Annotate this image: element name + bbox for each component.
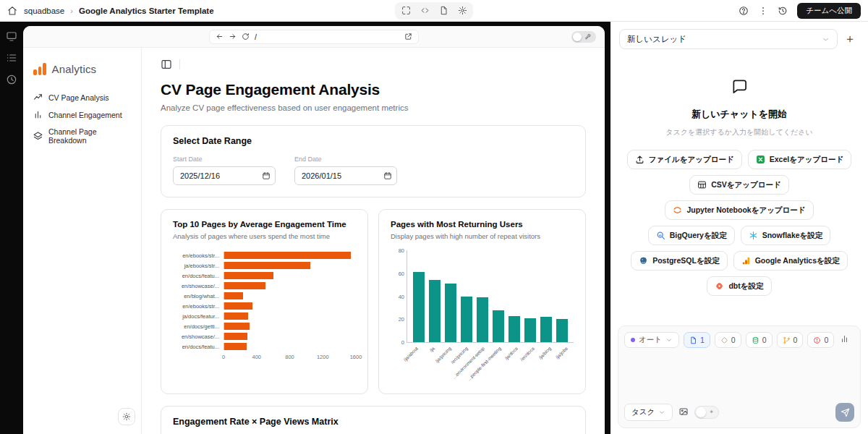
bar — [477, 297, 488, 342]
settings-button[interactable] — [454, 4, 471, 18]
y-tick-label: 80 — [390, 247, 404, 254]
x-axis-labels: /ja/about/ja/ja/pricing/en/pricing...env… — [407, 343, 574, 383]
thread-select[interactable]: 新しいスレッド — [619, 29, 838, 49]
dbt-icon — [715, 281, 724, 291]
help-button[interactable] — [739, 6, 749, 16]
screen: squadbase › Google Analytics Starter Tem… — [0, 0, 868, 434]
y-tick-label: 60 — [390, 270, 404, 276]
help-icon — [739, 6, 749, 16]
x-tick-label: 0 — [222, 354, 225, 360]
home-icon — [7, 6, 17, 16]
x-tick-label: 400 — [252, 354, 261, 360]
theme-toggle-button[interactable] — [118, 408, 135, 425]
leaderboard-button[interactable] — [840, 334, 849, 346]
nav-item-label: Channel Engagement — [48, 111, 122, 119]
quick-action-7[interactable]: PostgreSQLを設定 — [631, 251, 727, 271]
chat-empty-title: 新しいチャットを開始 — [619, 108, 859, 121]
history-button[interactable] — [778, 6, 788, 16]
diamond-counter[interactable]: 0 — [715, 332, 741, 348]
bar — [493, 310, 504, 342]
chart-card-engagement-time: Top 10 Pages by Average Engagement Time … — [161, 209, 368, 394]
clock-icon — [6, 74, 17, 85]
quick-action-label: Google Analyticsを設定 — [755, 256, 840, 266]
x-axis: 040080012001600 — [173, 354, 356, 362]
assist-toggle[interactable]: ✦ — [694, 406, 719, 419]
code-view-button[interactable] — [416, 4, 433, 18]
app-navigation: CV Page AnalysisChannel EngagementChanne… — [33, 93, 131, 145]
bar — [224, 323, 250, 330]
bar — [224, 312, 248, 320]
quick-action-3[interactable]: CSVをアップロード — [689, 175, 789, 195]
compose-toolbar: オート 10000 — [618, 326, 860, 348]
google-analytics-icon — [741, 256, 751, 265]
alert-icon — [813, 336, 821, 344]
home-button[interactable] — [7, 6, 17, 16]
database-counter[interactable]: 0 — [746, 332, 773, 348]
quick-action-4[interactable]: Jupyter Notebookをアップロード — [665, 200, 813, 220]
mode-select[interactable]: オート — [624, 332, 679, 348]
new-thread-button[interactable]: ＋ — [841, 30, 859, 48]
bar — [509, 316, 520, 342]
upload-icon — [635, 155, 644, 164]
attach-image-button[interactable] — [678, 407, 689, 419]
analytics-logo-icon — [33, 62, 46, 75]
bigquery-icon — [656, 231, 665, 240]
start-date-field: Start Date — [173, 156, 276, 185]
nav-item-label: Channel Page Breakdown — [48, 127, 131, 145]
start-date-input[interactable] — [173, 166, 276, 185]
task-select[interactable]: タスク — [624, 404, 673, 421]
quick-action-label: Snowflakeを設定 — [762, 231, 823, 241]
sidebar-item-channel-page-breakdown[interactable]: Channel Page Breakdown — [33, 127, 131, 145]
wrench-icon — [584, 33, 592, 41]
bar-row: en/ebooks/str... — [173, 250, 356, 260]
publish-to-team-button[interactable]: チームへ公開 — [797, 3, 861, 19]
chevron-down-icon — [665, 336, 673, 344]
forward-button[interactable] — [229, 33, 237, 41]
bar — [224, 282, 265, 289]
breadcrumb-page: Google Analytics Starter Template — [79, 7, 214, 15]
activity-history-button[interactable] — [6, 74, 17, 85]
quick-action-label: BigQueryを設定 — [670, 231, 727, 241]
more-menu-button[interactable] — [758, 6, 768, 16]
task-select-value: タスク — [631, 407, 655, 417]
quick-action-9[interactable]: dbtを設定 — [707, 276, 771, 296]
chevron-down-icon — [658, 409, 665, 416]
trend-up-icon — [33, 93, 43, 102]
gear-icon — [458, 6, 467, 15]
quick-action-6[interactable]: Snowflakeを設定 — [741, 226, 831, 245]
send-button[interactable] — [835, 403, 854, 422]
preview-panel-button[interactable] — [6, 30, 17, 42]
quick-action-2[interactable]: Excelをアップロード — [748, 150, 851, 169]
database-icon — [752, 336, 760, 344]
branch-counter[interactable]: 0 — [777, 332, 804, 348]
plot-area: 020406080 — [407, 250, 574, 343]
quick-action-8[interactable]: Google Analyticsを設定 — [733, 251, 848, 271]
sidebar-item-channel-engagement[interactable]: Channel Engagement — [33, 110, 131, 119]
sidebar-item-cv-page-analysis[interactable]: CV Page Analysis — [33, 93, 131, 102]
file-counter[interactable]: 1 — [684, 332, 710, 348]
breadcrumb-app[interactable]: squadbase — [24, 7, 64, 15]
quick-action-1[interactable]: ファイルをアップロード — [627, 150, 742, 169]
app-sidebar: Analytics CV Page AnalysisChannel Engage… — [23, 48, 142, 434]
bar-row: ja/docs/featur... — [173, 311, 356, 321]
bar-rows: en/ebooks/str...ja/ebooks/str...en/docs/… — [173, 250, 356, 352]
files-view-button[interactable] — [435, 4, 452, 18]
end-date-input[interactable] — [294, 166, 397, 185]
bar — [524, 318, 536, 342]
alert-counter[interactable]: 0 — [807, 332, 834, 348]
quick-action-5[interactable]: BigQueryを設定 — [648, 226, 735, 245]
preview-mode-toggle[interactable] — [571, 31, 596, 43]
quick-action-label: dbtを設定 — [728, 281, 763, 292]
threads-list-button[interactable] — [6, 52, 17, 64]
list-icon — [6, 52, 17, 64]
bar-row: ja/ebooks/str... — [173, 260, 356, 271]
plus-icon: ＋ — [844, 32, 856, 47]
address-bar[interactable]: / — [209, 30, 419, 44]
bar-row: en/docs/featu... — [173, 271, 356, 281]
open-external-button[interactable] — [404, 33, 412, 41]
bar — [413, 272, 425, 342]
back-button[interactable] — [216, 33, 224, 41]
refresh-button[interactable] — [242, 33, 250, 41]
focus-mode-button[interactable] — [397, 4, 414, 18]
sidebar-collapse-button[interactable] — [161, 59, 172, 70]
